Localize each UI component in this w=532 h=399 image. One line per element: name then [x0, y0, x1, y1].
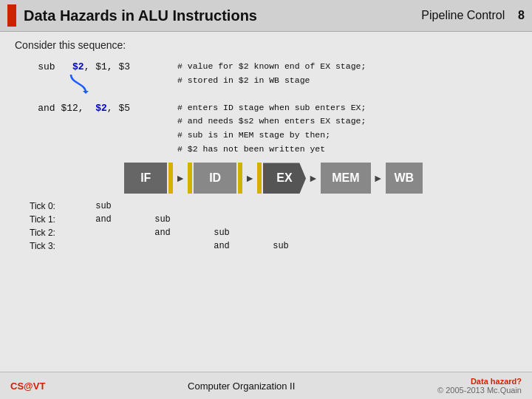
tick-0-1 — [133, 200, 192, 213]
and-code-line: and $12, $2, $5 — [15, 101, 177, 116]
sub-instruction-row: sub $2, $1, $3 # value for $2 known end … — [15, 60, 517, 97]
tick-table: Tick 0: Tick 1: Tick 2: Tick 3: sub and … — [15, 200, 517, 253]
separator-1 — [168, 163, 173, 194]
main-content: Consider this sequence: sub $2, $1, $3 — [0, 32, 532, 260]
arrow-4: ► — [373, 172, 383, 184]
and-instruction-row: and $12, $2, $5 # enters ID stage when s… — [15, 101, 517, 157]
tick-0-0: sub — [74, 200, 133, 213]
tick-0-4 — [310, 200, 369, 213]
stage-wb: WB — [386, 163, 423, 194]
svg-marker-0 — [83, 91, 89, 94]
and-args: , $5 — [107, 103, 130, 114]
arrow-1: ► — [175, 172, 185, 184]
red-bar-icon — [7, 4, 16, 27]
arrow-2: ► — [245, 172, 255, 184]
stage-id: ID — [194, 163, 236, 194]
tick-1-1: sub — [133, 213, 192, 226]
tick-label-2: Tick 2: — [30, 226, 74, 239]
footer-left-label: CS@VT — [10, 381, 45, 392]
tick-2-0 — [74, 226, 133, 239]
copyright-label: © 2005-2013 Mc.Quain — [437, 386, 522, 395]
tick-1-0: and — [74, 213, 133, 226]
and-comment-3: # sub is in MEM stage by then; — [177, 129, 366, 143]
section-name: Pipeline Control — [421, 9, 505, 21]
sub-comment-2: # stored in $2 in WB stage — [177, 74, 366, 88]
hazard-label: Data hazard? — [471, 377, 522, 386]
tick-1-4 — [310, 213, 369, 226]
tick-label-1: Tick 1: — [30, 213, 74, 226]
tick-0-2 — [192, 200, 251, 213]
and-comment-2: # and needs $s2 when enters EX stage; — [177, 115, 366, 129]
tick-2-1: and — [133, 226, 192, 239]
and-keyword: and — [38, 103, 55, 114]
section-label: Pipeline Control 8 — [421, 9, 525, 22]
tick-3-1 — [133, 239, 192, 253]
separator-3 — [238, 163, 242, 194]
footer-center-label: Computer Organization II — [45, 381, 437, 392]
tick-3-2: and — [192, 239, 251, 253]
separator-2 — [188, 163, 192, 194]
tick-label-3: Tick 3: — [30, 239, 74, 253]
tick-1-2 — [192, 213, 251, 226]
and-comments: # enters ID stage when sub enters EX; # … — [177, 101, 366, 157]
and-highlight: $2 — [95, 103, 107, 114]
footer-right: Data hazard? © 2005-2013 Mc.Quain — [437, 377, 522, 395]
stage-mem: MEM — [321, 163, 371, 194]
tick-3-3: sub — [251, 239, 310, 253]
arrow-3: ► — [308, 172, 318, 184]
tick-3-4 — [310, 239, 369, 253]
stage-ex: EX — [263, 163, 306, 194]
slide: Data Hazards in ALU Instructions Pipelin… — [0, 0, 532, 399]
and-comment-4: # $2 has not been written yet — [177, 143, 366, 157]
tick-grid: sub and sub and sub and — [74, 200, 369, 253]
tick-2-4 — [310, 226, 369, 239]
tick-2-2: sub — [192, 226, 251, 239]
slide-number: 8 — [518, 9, 525, 21]
tick-label-0: Tick 0: — [30, 200, 74, 213]
tick-1-3 — [251, 213, 310, 226]
tick-2-3 — [251, 226, 310, 239]
tick-labels: Tick 0: Tick 1: Tick 2: Tick 3: — [30, 200, 74, 253]
sub-comment-1: # value for $2 known end of EX stage; — [177, 60, 366, 74]
sub-keyword: sub — [38, 61, 55, 72]
sub-comments: # value for $2 known end of EX stage; # … — [177, 60, 366, 88]
stage-if: IF — [124, 163, 167, 194]
consider-label: Consider this sequence: — [15, 39, 517, 51]
sub-args: , $1, $3 — [84, 61, 130, 72]
and-comment-1: # enters ID stage when sub enters EX; — [177, 101, 366, 115]
sub-highlight: $2 — [72, 61, 84, 72]
slide-title: Data Hazards in ALU Instructions — [24, 7, 421, 24]
footer: CS@VT Computer Organization II Data haza… — [0, 372, 532, 399]
pipeline-diagram: IF ► ID ► EX ► MEM ► WB — [30, 163, 517, 194]
blue-arrow-icon — [65, 73, 92, 94]
tick-3-0 — [74, 239, 133, 253]
separator-4 — [257, 163, 262, 194]
header: Data Hazards in ALU Instructions Pipelin… — [0, 0, 532, 32]
tick-0-3 — [251, 200, 310, 213]
